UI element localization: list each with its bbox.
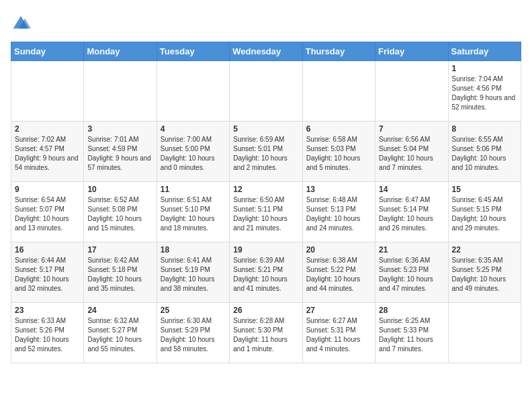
day-info: Sunrise: 6:28 AM Sunset: 5:30 PM Dayligh… xyxy=(233,316,298,354)
calendar-cell: 21Sunrise: 6:36 AM Sunset: 5:23 PM Dayli… xyxy=(375,242,448,303)
day-info: Sunrise: 6:52 AM Sunset: 5:08 PM Dayligh… xyxy=(87,195,152,233)
day-info: Sunrise: 6:32 AM Sunset: 5:27 PM Dayligh… xyxy=(87,316,152,354)
calendar-cell: 19Sunrise: 6:39 AM Sunset: 5:21 PM Dayli… xyxy=(230,242,302,303)
day-number: 20 xyxy=(306,245,371,255)
calendar-cell xyxy=(375,61,448,122)
day-number: 16 xyxy=(15,245,80,255)
calendar-cell: 5Sunrise: 6:59 AM Sunset: 5:01 PM Daylig… xyxy=(230,122,302,182)
day-number: 2 xyxy=(15,124,80,134)
calendar-cell: 4Sunrise: 7:00 AM Sunset: 5:00 PM Daylig… xyxy=(157,122,229,182)
day-number: 6 xyxy=(306,124,371,134)
calendar-week-2: 2Sunrise: 7:02 AM Sunset: 4:57 PM Daylig… xyxy=(11,122,521,182)
day-info: Sunrise: 7:00 AM Sunset: 5:00 PM Dayligh… xyxy=(161,135,226,173)
day-number: 3 xyxy=(87,124,152,134)
calendar-cell: 9Sunrise: 6:54 AM Sunset: 5:07 PM Daylig… xyxy=(11,182,84,242)
day-number: 26 xyxy=(233,306,298,315)
day-number: 23 xyxy=(15,306,80,315)
day-info: Sunrise: 6:45 AM Sunset: 5:15 PM Dayligh… xyxy=(452,195,517,233)
weekday-header-sunday: Sunday xyxy=(11,42,84,61)
calendar-cell: 13Sunrise: 6:48 AM Sunset: 5:13 PM Dayli… xyxy=(302,182,375,242)
day-number: 4 xyxy=(161,124,226,134)
day-number: 8 xyxy=(452,124,517,134)
calendar-cell: 12Sunrise: 6:50 AM Sunset: 5:11 PM Dayli… xyxy=(230,182,302,242)
calendar-cell: 3Sunrise: 7:01 AM Sunset: 4:59 PM Daylig… xyxy=(84,122,157,182)
calendar-cell: 18Sunrise: 6:41 AM Sunset: 5:19 PM Dayli… xyxy=(157,242,229,303)
calendar-week-1: 1Sunrise: 7:04 AM Sunset: 4:56 PM Daylig… xyxy=(11,61,521,122)
day-number: 10 xyxy=(87,185,152,194)
calendar-cell: 6Sunrise: 6:58 AM Sunset: 5:03 PM Daylig… xyxy=(302,122,375,182)
logo-icon xyxy=(11,13,31,34)
calendar-cell xyxy=(84,61,157,122)
day-info: Sunrise: 6:30 AM Sunset: 5:29 PM Dayligh… xyxy=(161,316,226,354)
day-number: 5 xyxy=(233,124,298,134)
day-number: 22 xyxy=(452,245,517,255)
day-info: Sunrise: 6:39 AM Sunset: 5:21 PM Dayligh… xyxy=(233,256,298,293)
day-info: Sunrise: 6:48 AM Sunset: 5:13 PM Dayligh… xyxy=(306,195,371,233)
day-info: Sunrise: 6:27 AM Sunset: 5:31 PM Dayligh… xyxy=(306,316,371,354)
day-info: Sunrise: 6:25 AM Sunset: 5:33 PM Dayligh… xyxy=(379,316,444,354)
calendar-cell xyxy=(302,61,375,122)
calendar-cell: 23Sunrise: 6:33 AM Sunset: 5:26 PM Dayli… xyxy=(11,303,84,363)
calendar-cell: 11Sunrise: 6:51 AM Sunset: 5:10 PM Dayli… xyxy=(157,182,229,242)
calendar-cell: 20Sunrise: 6:38 AM Sunset: 5:22 PM Dayli… xyxy=(302,242,375,303)
calendar-cell: 16Sunrise: 6:44 AM Sunset: 5:17 PM Dayli… xyxy=(11,242,84,303)
header xyxy=(11,11,521,34)
calendar-cell: 8Sunrise: 6:55 AM Sunset: 5:06 PM Daylig… xyxy=(448,122,521,182)
day-info: Sunrise: 6:47 AM Sunset: 5:14 PM Dayligh… xyxy=(379,195,444,233)
day-info: Sunrise: 6:59 AM Sunset: 5:01 PM Dayligh… xyxy=(233,135,298,173)
day-info: Sunrise: 6:58 AM Sunset: 5:03 PM Dayligh… xyxy=(306,135,371,173)
calendar-cell: 14Sunrise: 6:47 AM Sunset: 5:14 PM Dayli… xyxy=(375,182,448,242)
calendar-week-5: 23Sunrise: 6:33 AM Sunset: 5:26 PM Dayli… xyxy=(11,303,521,363)
logo xyxy=(11,13,32,34)
day-info: Sunrise: 6:56 AM Sunset: 5:04 PM Dayligh… xyxy=(379,135,444,173)
calendar: SundayMondayTuesdayWednesdayThursdayFrid… xyxy=(11,42,521,363)
weekday-header-friday: Friday xyxy=(375,42,448,61)
calendar-cell xyxy=(230,61,302,122)
calendar-cell xyxy=(11,61,84,122)
day-info: Sunrise: 6:36 AM Sunset: 5:23 PM Dayligh… xyxy=(379,256,444,293)
day-info: Sunrise: 7:04 AM Sunset: 4:56 PM Dayligh… xyxy=(452,75,517,112)
day-number: 21 xyxy=(379,245,444,255)
day-number: 13 xyxy=(306,185,371,194)
day-number: 27 xyxy=(306,306,371,315)
day-info: Sunrise: 7:01 AM Sunset: 4:59 PM Dayligh… xyxy=(87,135,152,173)
day-number: 12 xyxy=(233,185,298,194)
calendar-week-4: 16Sunrise: 6:44 AM Sunset: 5:17 PM Dayli… xyxy=(11,242,521,303)
day-info: Sunrise: 6:44 AM Sunset: 5:17 PM Dayligh… xyxy=(15,256,80,293)
calendar-cell: 25Sunrise: 6:30 AM Sunset: 5:29 PM Dayli… xyxy=(157,303,229,363)
day-info: Sunrise: 6:50 AM Sunset: 5:11 PM Dayligh… xyxy=(233,195,298,233)
day-number: 24 xyxy=(87,306,152,315)
calendar-cell: 22Sunrise: 6:35 AM Sunset: 5:25 PM Dayli… xyxy=(448,242,521,303)
day-info: Sunrise: 6:35 AM Sunset: 5:25 PM Dayligh… xyxy=(452,256,517,293)
calendar-cell: 7Sunrise: 6:56 AM Sunset: 5:04 PM Daylig… xyxy=(375,122,448,182)
weekday-header-thursday: Thursday xyxy=(302,42,375,61)
day-info: Sunrise: 6:41 AM Sunset: 5:19 PM Dayligh… xyxy=(161,256,226,293)
calendar-header-row: SundayMondayTuesdayWednesdayThursdayFrid… xyxy=(11,42,521,61)
day-info: Sunrise: 6:38 AM Sunset: 5:22 PM Dayligh… xyxy=(306,256,371,293)
day-number: 19 xyxy=(233,245,298,255)
day-info: Sunrise: 6:54 AM Sunset: 5:07 PM Dayligh… xyxy=(15,195,80,233)
day-number: 15 xyxy=(452,185,517,194)
calendar-cell: 10Sunrise: 6:52 AM Sunset: 5:08 PM Dayli… xyxy=(84,182,157,242)
day-info: Sunrise: 6:33 AM Sunset: 5:26 PM Dayligh… xyxy=(15,316,80,354)
calendar-cell: 15Sunrise: 6:45 AM Sunset: 5:15 PM Dayli… xyxy=(448,182,521,242)
day-number: 28 xyxy=(379,306,444,315)
calendar-cell: 2Sunrise: 7:02 AM Sunset: 4:57 PM Daylig… xyxy=(11,122,84,182)
day-number: 1 xyxy=(452,64,517,73)
calendar-cell xyxy=(157,61,229,122)
weekday-header-saturday: Saturday xyxy=(448,42,521,61)
calendar-cell xyxy=(448,303,521,363)
day-number: 18 xyxy=(161,245,226,255)
day-info: Sunrise: 6:55 AM Sunset: 5:06 PM Dayligh… xyxy=(452,135,517,173)
weekday-header-wednesday: Wednesday xyxy=(230,42,302,61)
day-number: 7 xyxy=(379,124,444,134)
weekday-header-tuesday: Tuesday xyxy=(157,42,229,61)
weekday-header-monday: Monday xyxy=(84,42,157,61)
day-number: 17 xyxy=(87,245,152,255)
calendar-week-3: 9Sunrise: 6:54 AM Sunset: 5:07 PM Daylig… xyxy=(11,182,521,242)
calendar-cell: 26Sunrise: 6:28 AM Sunset: 5:30 PM Dayli… xyxy=(230,303,302,363)
day-info: Sunrise: 7:02 AM Sunset: 4:57 PM Dayligh… xyxy=(15,135,80,173)
day-number: 25 xyxy=(161,306,226,315)
day-number: 14 xyxy=(379,185,444,194)
calendar-cell: 27Sunrise: 6:27 AM Sunset: 5:31 PM Dayli… xyxy=(302,303,375,363)
